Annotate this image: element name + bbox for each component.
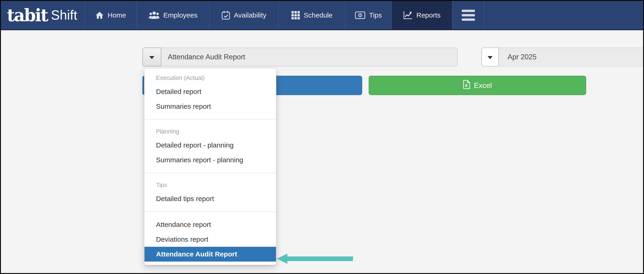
excel-button-label: Excel	[474, 81, 492, 90]
report-select-caret-button[interactable]	[142, 48, 161, 66]
menu-divider	[144, 119, 276, 119]
nav-item-reports-active[interactable]: Reports	[392, 1, 452, 29]
menu-item-attendance-audit-report-selected[interactable]: Attendance Audit Report	[144, 247, 276, 261]
menu-group-header-tips: Tips	[144, 178, 276, 191]
report-select-field[interactable]: Attendance Audit Report	[161, 48, 458, 66]
month-select-field[interactable]: Apr 2025	[499, 48, 643, 66]
menu-item-summaries-report[interactable]: Summaries report	[144, 99, 276, 114]
brand-logo[interactable]: tabit Shift	[1, 1, 85, 29]
annotation-arrow-icon	[277, 254, 287, 264]
month-select-value: Apr 2025	[508, 53, 537, 61]
home-icon	[96, 11, 104, 19]
menu-item-detailed-report-planning[interactable]: Detailed report - planning	[144, 138, 276, 153]
menu-divider	[144, 173, 276, 173]
nav-item-label: Tips	[369, 11, 382, 19]
hamburger-icon	[462, 10, 475, 21]
report-dropdown-menu: Execution (Actual) Detailed report Summa…	[144, 68, 276, 265]
brand-suffix: Shift	[51, 9, 77, 22]
users-icon	[149, 11, 160, 19]
menu-divider	[144, 211, 276, 212]
chevron-down-icon	[488, 56, 492, 59]
menu-item-deviations-report[interactable]: Deviations report	[144, 232, 276, 247]
menu-item-attendance-report[interactable]: Attendance report	[144, 217, 276, 232]
nav-menu-button[interactable]	[452, 1, 484, 29]
month-select: Apr 2025	[481, 48, 643, 66]
grid-icon	[292, 11, 300, 19]
nav-item-tips[interactable]: Tips	[346, 1, 392, 29]
report-select: Attendance Audit Report	[142, 48, 458, 66]
nav-item-label: Schedule	[304, 11, 332, 19]
nav-item-employees[interactable]: Employees	[137, 1, 210, 29]
nav-item-label: Home	[108, 11, 126, 19]
menu-item-detailed-report[interactable]: Detailed report	[144, 84, 276, 99]
nav-item-schedule[interactable]: Schedule	[279, 1, 346, 29]
nav-item-label: Availability	[234, 11, 266, 19]
annotation-arrow-tail	[287, 256, 353, 261]
month-select-caret-button[interactable]	[481, 48, 499, 66]
report-select-value: Attendance Audit Report	[168, 53, 245, 61]
menu-item-detailed-tips-report[interactable]: Detailed tips report	[144, 191, 276, 206]
chart-line-icon	[403, 11, 412, 19]
brand-name: tabit	[7, 7, 48, 24]
nav-item-home[interactable]: Home	[85, 1, 137, 29]
menu-group-header-planning: Planning	[144, 125, 276, 138]
calendar-check-icon	[222, 11, 230, 20]
nav-item-label: Reports	[416, 11, 440, 19]
svg-text:X: X	[465, 83, 468, 88]
menu-group-header-execution: Execution (Actual)	[144, 71, 276, 84]
chevron-down-icon	[149, 56, 154, 59]
nav-item-availability[interactable]: Availability	[210, 1, 279, 29]
menu-item-summaries-report-planning[interactable]: Summaries report - planning	[144, 153, 276, 167]
app-window: tabit Shift Home Employees	[0, 0, 644, 274]
nav-item-label: Employees	[163, 11, 198, 19]
excel-export-button[interactable]: X Excel	[369, 76, 586, 95]
navbar-spacer	[484, 1, 643, 29]
excel-file-icon: X	[463, 80, 470, 91]
money-bill-icon	[355, 12, 365, 19]
top-navbar: tabit Shift Home Employees	[1, 1, 643, 30]
